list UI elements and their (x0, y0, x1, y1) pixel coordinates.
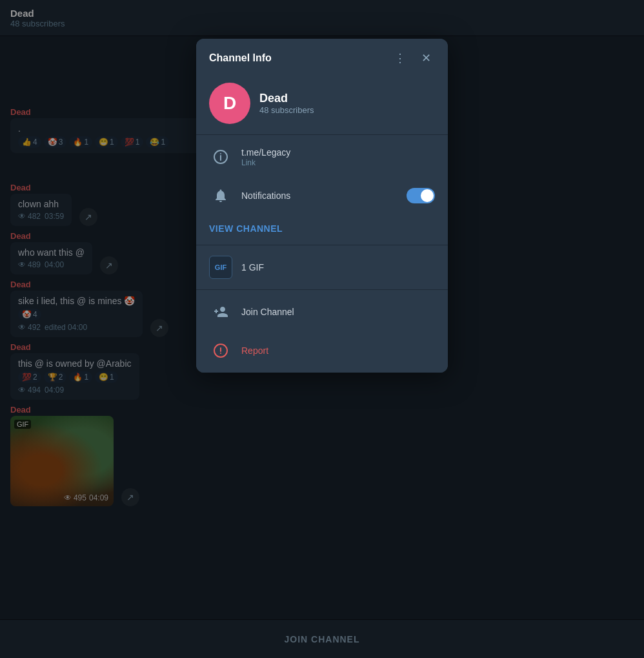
info-icon (209, 145, 232, 169)
link-row[interactable]: t.me/Legacy Link (196, 138, 448, 176)
close-icon: ✕ (421, 51, 431, 65)
report-label: Report (241, 345, 268, 356)
bell-icon (209, 184, 232, 207)
report-icon (209, 339, 232, 362)
profile-info: Dead 48 subscribers (259, 92, 314, 115)
join-section: Join Channel Report (196, 290, 448, 373)
panel-header-icons: ⋮ ✕ (391, 49, 435, 67)
link-text: t.me/Legacy Link (241, 147, 435, 167)
more-options-button[interactable]: ⋮ (391, 49, 409, 67)
panel-profile: D Dead 48 subscribers (196, 75, 448, 134)
report-row[interactable]: Report (196, 331, 448, 370)
svg-point-5 (220, 353, 221, 354)
join-channel-row[interactable]: Join Channel (196, 293, 448, 331)
panel-title: Channel Info (209, 52, 272, 64)
toggle-thumb (421, 189, 434, 202)
profile-subscribers: 48 subscribers (259, 105, 314, 115)
toggle-right (407, 188, 435, 203)
more-vert-icon: ⋮ (394, 51, 406, 65)
panel-header: Channel Info ⋮ ✕ (196, 39, 448, 75)
gif-section: GIF 1 GIF (196, 245, 448, 289)
join-channel-label: Join Channel (241, 307, 294, 317)
notifications-row[interactable]: Notifications (196, 176, 448, 215)
gif-icon: GIF (209, 256, 232, 279)
link-label: Link (241, 158, 435, 167)
close-button[interactable]: ✕ (417, 49, 435, 67)
notifications-label: Notifications (241, 190, 397, 201)
notifications-toggle[interactable] (407, 188, 435, 203)
gif-row[interactable]: GIF 1 GIF (196, 248, 448, 287)
link-value: t.me/Legacy (241, 147, 435, 158)
avatar: D (209, 83, 250, 124)
modal-overlay[interactable]: Channel Info ⋮ ✕ D Dead 48 subscribers (0, 0, 644, 658)
add-person-icon (209, 300, 232, 324)
channel-info-panel: Channel Info ⋮ ✕ D Dead 48 subscribers (196, 39, 448, 373)
view-channel-row[interactable]: VIEW CHANNEL (196, 215, 448, 242)
link-section: t.me/Legacy Link Notifications (196, 135, 448, 245)
view-channel-label: VIEW CHANNEL (209, 223, 283, 234)
profile-name: Dead (259, 92, 314, 105)
svg-point-2 (220, 153, 221, 154)
notifications-text: Notifications (241, 190, 397, 201)
gif-count-label: 1 GIF (241, 262, 264, 272)
